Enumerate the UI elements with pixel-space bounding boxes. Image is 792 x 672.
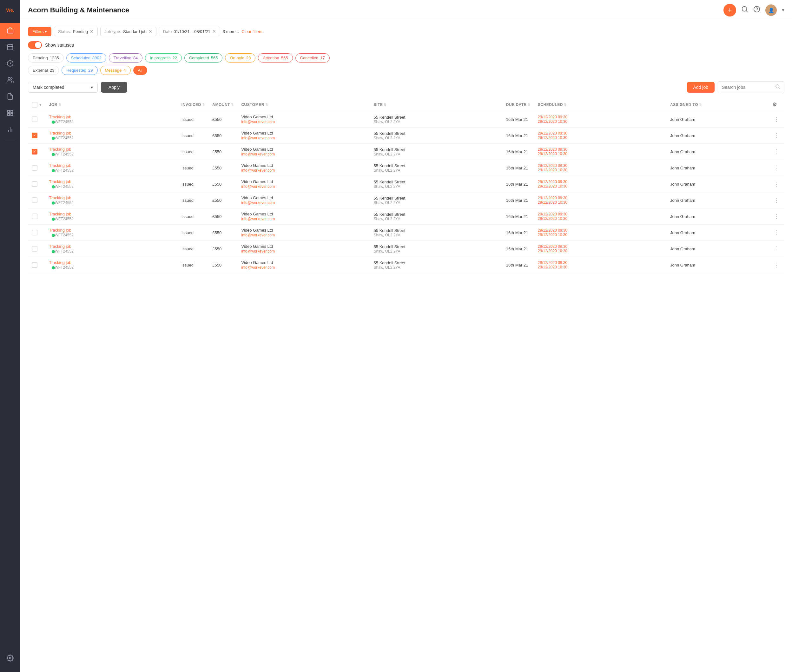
select-all-checkbox[interactable]	[32, 102, 37, 107]
sidebar-item-calendar[interactable]	[0, 39, 20, 56]
chip-pending[interactable]: Pending 1235	[28, 53, 64, 62]
site-extra-9: Shaw, OL2 2YA	[374, 249, 499, 253]
row-checkbox-2[interactable]	[32, 133, 37, 138]
row-checkbox-10[interactable]	[32, 262, 37, 268]
row-actions-8[interactable]: ⋮	[772, 228, 781, 237]
col-amount-header[interactable]: AMOUNT ⇅	[212, 102, 234, 107]
row-checkbox-8[interactable]	[32, 230, 37, 235]
chip-cancelled[interactable]: Cancelled 17	[295, 53, 330, 62]
avatar[interactable]: 👤	[765, 5, 777, 16]
row-checkbox-6[interactable]	[32, 197, 37, 203]
row-actions-7[interactable]: ⋮	[772, 212, 781, 221]
row-actions-1[interactable]: ⋮	[772, 115, 781, 124]
customer-sort-icon: ⇅	[265, 103, 268, 106]
search-input[interactable]	[722, 85, 773, 90]
job-link-9[interactable]: Tracking job	[49, 244, 174, 249]
table-row: Tracking job WFT24552 Issued £550 Video …	[28, 225, 784, 241]
search-icon[interactable]	[741, 6, 748, 14]
show-statuses-label: Show statuses	[45, 43, 74, 48]
customer-email-10[interactable]: info@workever.com	[241, 265, 275, 270]
chip-external-label: External	[33, 68, 48, 73]
row-actions-10[interactable]: ⋮	[772, 261, 781, 269]
row-actions-2[interactable]: ⋮	[772, 131, 781, 140]
job-link-4[interactable]: Tracking job	[49, 163, 174, 168]
row-actions-9[interactable]: ⋮	[772, 244, 781, 253]
chip-external[interactable]: External 23	[28, 66, 59, 75]
sidebar-item-settings[interactable]	[0, 650, 20, 667]
row-checkbox-7[interactable]	[32, 214, 37, 219]
customer-email-1[interactable]: info@workever.com	[241, 120, 275, 124]
filters-button[interactable]: Filters ▾	[28, 27, 51, 36]
sidebar-item-jobs[interactable]	[0, 23, 20, 39]
job-link-5[interactable]: Tracking job	[49, 179, 174, 184]
col-job-header[interactable]: JOB ⇅	[49, 102, 61, 107]
customer-email-9[interactable]: info@workever.com	[241, 249, 275, 253]
clear-filters[interactable]: Clear filters	[242, 29, 262, 34]
site-extra-10: Shaw, OL2 2YA	[374, 265, 499, 270]
chip-pending-label: Pending	[33, 56, 48, 60]
chip-scheduled[interactable]: Scheduled 8902	[66, 53, 106, 62]
customer-email-4[interactable]: info@workever.com	[241, 168, 275, 173]
col-scheduled-header[interactable]: SCHEDULED ⇅	[538, 102, 567, 107]
chip-travelling[interactable]: Travelling 84	[109, 53, 142, 62]
sidebar-item-documents[interactable]	[0, 89, 20, 106]
chip-attention[interactable]: Attention 565	[258, 53, 293, 62]
site-extra-5: Shaw, OL2 2YA	[374, 184, 499, 189]
job-link-2[interactable]: Tracking job	[49, 131, 174, 136]
date-filter-chip[interactable]: Date 01/10/21 – 08/01/21 ✕	[159, 27, 220, 36]
chip-message[interactable]: Message 4	[100, 66, 131, 75]
customer-email-8[interactable]: info@workever.com	[241, 233, 275, 237]
job-link-7[interactable]: Tracking job	[49, 212, 174, 216]
col-due-header[interactable]: DUE DATE ⇅	[506, 102, 530, 107]
row-checkbox-4[interactable]	[32, 165, 37, 171]
col-site-header[interactable]: SITE ⇅	[374, 102, 387, 107]
customer-email-7[interactable]: info@workever.com	[241, 217, 275, 221]
site-address-7: 55 Kendell Street	[374, 212, 499, 217]
help-icon[interactable]	[753, 6, 760, 14]
apply-button[interactable]: Apply	[101, 82, 127, 93]
customer-email-2[interactable]: info@workever.com	[241, 136, 275, 140]
chip-requested[interactable]: Requested 29	[62, 66, 98, 75]
job-link-1[interactable]: Tracking job	[49, 115, 174, 119]
bulk-action-select[interactable]: Mark completed ▾	[28, 82, 98, 93]
row-checkbox-5[interactable]	[32, 181, 37, 187]
row-checkbox-3[interactable]	[32, 149, 37, 155]
chip-all[interactable]: All	[133, 66, 147, 75]
date-filter-close[interactable]: ✕	[212, 29, 216, 34]
assigned-to-2: John Graham	[670, 133, 695, 138]
customer-email-6[interactable]: info@workever.com	[241, 200, 275, 205]
col-invoiced-header[interactable]: INVOICED ⇅	[181, 102, 205, 107]
col-assigned-header[interactable]: ASSIGNED TO ⇅	[670, 102, 702, 107]
row-actions-5[interactable]: ⋮	[772, 179, 781, 189]
sidebar-item-people[interactable]	[0, 72, 20, 89]
status-filter-close[interactable]: ✕	[90, 29, 94, 34]
row-actions-3[interactable]: ⋮	[772, 147, 781, 156]
header-sort-chevron[interactable]: ▾	[39, 102, 42, 107]
row-checkbox-1[interactable]	[32, 117, 37, 122]
jobtype-filter-chip[interactable]: Job type: Standard job ✕	[100, 27, 157, 36]
job-link-8[interactable]: Tracking job	[49, 228, 174, 232]
add-job-button[interactable]: Add job	[687, 82, 715, 93]
col-customer-header[interactable]: CUSTOMER ⇅	[241, 102, 268, 107]
add-button[interactable]: +	[723, 4, 736, 16]
job-link-6[interactable]: Tracking job	[49, 195, 174, 200]
jobtype-filter-close[interactable]: ✕	[149, 29, 152, 34]
chip-completed[interactable]: Completed 565	[184, 53, 223, 62]
avatar-chevron[interactable]: ▾	[782, 7, 784, 13]
row-actions-6[interactable]: ⋮	[772, 196, 781, 205]
column-settings-icon[interactable]: ⚙	[772, 102, 777, 107]
sidebar-item-clock[interactable]	[0, 56, 20, 72]
job-link-3[interactable]: Tracking job	[49, 147, 174, 152]
chip-inprogress[interactable]: In progress 22	[145, 53, 182, 62]
row-actions-4[interactable]: ⋮	[772, 163, 781, 172]
customer-email-3[interactable]: info@workever.com	[241, 152, 275, 157]
job-link-10[interactable]: Tracking job	[49, 260, 174, 265]
show-statuses-toggle[interactable]	[28, 41, 42, 49]
status-filter-chip[interactable]: Status: Pending ✕	[54, 27, 98, 36]
customer-email-5[interactable]: info@workever.com	[241, 184, 275, 189]
sidebar-item-chart[interactable]	[0, 122, 20, 138]
sidebar-item-grid[interactable]	[0, 106, 20, 122]
chip-onhold[interactable]: On hold 28	[225, 53, 256, 62]
row-checkbox-9[interactable]	[32, 246, 37, 251]
filter-more[interactable]: 3 more...	[223, 29, 239, 34]
